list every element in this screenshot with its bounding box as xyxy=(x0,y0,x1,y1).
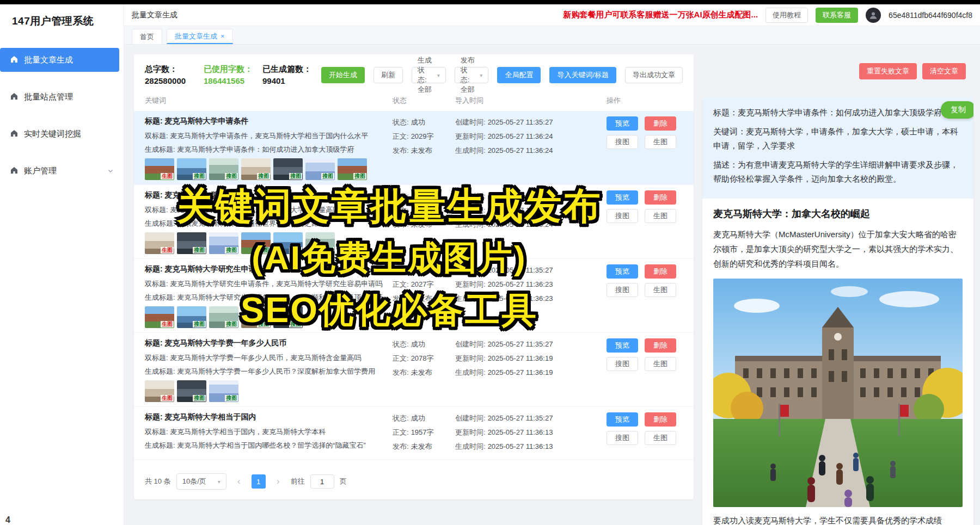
article-thumbnail[interactable]: 搜图 xyxy=(273,158,303,180)
row-status-cell: 状态:成功 正文:2078字 发布:未发布 xyxy=(393,338,455,402)
table-row[interactable]: 标题: 麦克马斯特大学相当于国内 双标题: 麦克马斯特大学相当于国内，麦克马斯特… xyxy=(134,407,694,460)
publish-status-select[interactable]: 发布状态: 全部▾ xyxy=(455,67,489,83)
generate-image-button[interactable]: 生图 xyxy=(645,283,676,297)
row-keyword-cell: 标题: 麦克马斯特大学申请条件 双标题: 麦克马斯特大学申请条件，麦克马斯特大学… xyxy=(145,116,393,180)
user-id[interactable]: 65e4811dfb644f690f4cf8 xyxy=(889,11,972,20)
export-success-button[interactable]: 导出成功文章 xyxy=(625,67,683,83)
article-thumbnail[interactable]: 搜图 xyxy=(209,306,238,328)
sidebar-item-label: 批量文章生成 xyxy=(24,55,73,65)
article-thumbnail[interactable]: 搜图 xyxy=(177,306,206,328)
pagination: 共 10 条 10条/页▾ ‹ 1 › 前往 1 页 xyxy=(145,466,683,493)
preview-button[interactable]: 预览 xyxy=(607,412,638,427)
preview-button[interactable]: 预览 xyxy=(607,116,638,131)
row-actions-cell: 预览 删除 搜图 生图 xyxy=(591,116,676,180)
article-heading: 麦克马斯特大学：加拿大名校的崛起 xyxy=(702,199,973,220)
column-actions: 操作 xyxy=(591,96,683,106)
updated-time: 2025-05-27 11:36:24 xyxy=(488,205,553,216)
generated-time: 2025-05-27 11:36:24 xyxy=(488,145,553,156)
tutorial-button[interactable]: 使用教程 xyxy=(765,8,808,23)
article-thumbnail[interactable]: 搜图 xyxy=(241,158,271,180)
sidebar-item-keyword-mining[interactable]: 实时关键词挖掘 xyxy=(0,122,124,146)
preview-button[interactable]: 预览 xyxy=(607,264,638,279)
article-thumbnail[interactable]: 搜图 xyxy=(338,158,367,180)
article-thumbnail[interactable]: 搜图 xyxy=(177,158,206,180)
article-thumbnail[interactable]: 搜图 xyxy=(305,158,335,180)
search-image-button[interactable]: 搜图 xyxy=(607,431,638,445)
page-size-select[interactable]: 10条/页▾ xyxy=(176,473,226,490)
search-image-button[interactable]: 搜图 xyxy=(607,283,638,297)
search-image-button[interactable]: 搜图 xyxy=(607,209,638,223)
delete-button[interactable]: 删除 xyxy=(645,338,676,353)
delete-button[interactable]: 删除 xyxy=(645,412,676,427)
chevron-down-icon: ▾ xyxy=(218,479,220,485)
table-row[interactable]: 标题: 麦克马斯特大学研究生申请条件 双标题: 麦克马斯特大学研究生申请条件，麦… xyxy=(134,259,694,333)
article-thumbnail[interactable]: 生图 xyxy=(145,158,174,180)
tab-home[interactable]: 首页 xyxy=(132,29,162,44)
delete-button[interactable]: 删除 xyxy=(645,264,676,279)
generate-image-button[interactable]: 生图 xyxy=(645,135,676,149)
sidebar-item-batch-site[interactable]: 批量站点管理 xyxy=(0,85,124,109)
close-icon[interactable]: × xyxy=(220,32,225,40)
prev-page-button[interactable]: ‹ xyxy=(232,474,246,489)
row-actions-cell: 预览 删除 搜图 生图 xyxy=(591,264,676,328)
article-thumbnail[interactable]: 搜图 xyxy=(241,232,271,254)
contact-support-button[interactable]: 联系客服 xyxy=(816,8,858,23)
article-thumbnail[interactable]: 搜图 xyxy=(177,380,206,402)
thumbnail-badge: 生图 xyxy=(161,321,174,328)
word-count: 2176字 xyxy=(411,205,434,216)
copy-button[interactable]: 复制 xyxy=(941,101,973,119)
article-thumbnail[interactable]: 搜图 xyxy=(273,306,303,328)
search-image-button[interactable]: 搜图 xyxy=(607,135,638,149)
next-page-button[interactable]: › xyxy=(271,474,285,489)
reset-failed-button[interactable]: 重置失败文章 xyxy=(859,63,917,79)
refresh-button[interactable]: 刷新 xyxy=(373,67,403,83)
row-thumbnails: 生图 搜图 搜图 搜图 搜图 搜图 搜图 xyxy=(145,158,393,180)
generate-image-button[interactable]: 生图 xyxy=(645,209,676,223)
article-thumbnail[interactable]: 搜图 xyxy=(209,380,238,402)
row-status-cell: 状态:成功 正文:2027字 发布:未发布 xyxy=(393,264,455,328)
table-row[interactable]: 标题: 麦克马斯特大学世界排名 双标题: 麦克马斯特大学世界排名，麦克马斯特大学… xyxy=(134,185,694,259)
sidebar-item-account[interactable]: 账户管理 xyxy=(0,159,124,183)
article-thumbnail[interactable]: 搜图 xyxy=(209,232,238,254)
row-gen-title: 生成标题: 麦克马斯特大学学费一年多少人民币？深度解析加拿大留学费用 xyxy=(145,366,393,377)
article-thumbnail[interactable]: 生图 xyxy=(145,380,174,402)
avatar[interactable] xyxy=(866,8,881,23)
delete-button[interactable]: 删除 xyxy=(645,190,676,205)
generate-status-select[interactable]: 生成状态: 全部▾ xyxy=(412,67,446,83)
row-gen-title: 生成标题: 麦克马斯特大学申请条件：如何成功进入加拿大顶级学府 xyxy=(145,144,393,155)
article-thumbnail[interactable]: 搜图 xyxy=(241,306,271,328)
tab-batch-article[interactable]: 批量文章生成 × xyxy=(167,29,233,44)
table-body: 标题: 麦克马斯特大学申请条件 双标题: 麦克马斯特大学申请条件，麦克马斯特大学… xyxy=(134,111,694,466)
page-number-button[interactable]: 1 xyxy=(252,474,266,489)
goto-page-input[interactable]: 1 xyxy=(310,474,334,489)
generate-image-button[interactable]: 生图 xyxy=(645,431,676,445)
article-paragraph: 麦克马斯特大学（McMasterUniversity）位于加拿大安大略省的哈密尔… xyxy=(702,220,973,271)
promo-notice[interactable]: 新购套餐用户可联系客服赠送一万张AI原创生成配图... xyxy=(564,10,758,20)
start-generate-button[interactable]: 开始生成 xyxy=(321,67,365,83)
article-thumbnail[interactable]: 搜图 xyxy=(177,232,206,254)
article-thumbnail[interactable]: 搜图 xyxy=(305,232,335,254)
pagination-total: 共 10 条 xyxy=(145,477,171,486)
preview-button[interactable]: 预览 xyxy=(607,338,638,353)
sidebar-item-batch-article[interactable]: 批量文章生成 xyxy=(0,48,119,72)
window-top-strip xyxy=(0,0,980,4)
article-thumbnail[interactable]: 生图 xyxy=(145,306,174,328)
row-status-cell: 状态:成功 正文:2176字 发布:未发布 xyxy=(393,190,455,254)
chevron-down-icon: ▾ xyxy=(437,72,440,78)
delete-button[interactable]: 删除 xyxy=(645,116,676,131)
generate-image-button[interactable]: 生图 xyxy=(645,357,676,371)
article-thumbnail[interactable]: 搜图 xyxy=(209,158,238,180)
table-row[interactable]: 标题: 麦克马斯特大学学费一年多少人民币 双标题: 麦克马斯特大学学费一年多少人… xyxy=(134,333,694,407)
import-keywords-button[interactable]: 导入关键词/标题 xyxy=(549,67,616,83)
global-config-button[interactable]: 全局配置 xyxy=(497,67,541,83)
updated-time: 2025-05-27 11:36:19 xyxy=(488,353,553,364)
search-image-button[interactable]: 搜图 xyxy=(607,357,638,371)
row-gen-title: 生成标题: 麦克马斯特大学研究生申请条件解析：如何顺利迈向世界顶尖学府 xyxy=(145,292,393,303)
table-row[interactable]: 标题: 麦克马斯特大学申请条件 双标题: 麦克马斯特大学申请条件，麦克马斯特大学… xyxy=(134,111,694,185)
brand-title: 147用户管理系统 xyxy=(0,4,124,34)
clear-articles-button[interactable]: 清空文章 xyxy=(922,63,966,79)
article-thumbnail[interactable]: 生图 xyxy=(145,232,174,254)
article-thumbnail[interactable]: 搜图 xyxy=(273,232,303,254)
preview-button[interactable]: 预览 xyxy=(607,190,638,205)
row-keyword-cell: 标题: 麦克马斯特大学相当于国内 双标题: 麦克马斯特大学相当于国内，麦克马斯特… xyxy=(145,412,393,455)
